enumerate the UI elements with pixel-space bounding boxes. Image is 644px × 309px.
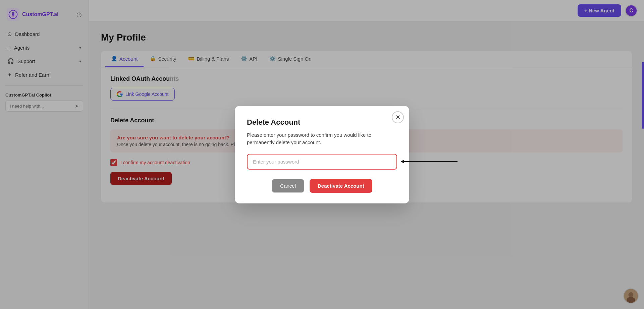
modal-input-wrap — [247, 154, 397, 170]
modal-title: Delete Account — [247, 118, 397, 127]
password-input[interactable] — [247, 154, 397, 170]
delete-account-modal: ✕ Delete Account Please enter your passw… — [235, 106, 409, 203]
modal-deactivate-button[interactable]: Deactivate Account — [310, 179, 372, 193]
arrow-line — [404, 161, 458, 162]
modal-cancel-button[interactable]: Cancel — [272, 179, 304, 193]
modal-description: Please enter your password to confirm yo… — [247, 131, 397, 146]
modal-footer: Cancel Deactivate Account — [247, 179, 397, 193]
arrow-indicator — [401, 160, 458, 164]
modal-close-button[interactable]: ✕ — [392, 111, 404, 123]
modal-overlay: ✕ Delete Account Please enter your passw… — [0, 0, 644, 309]
